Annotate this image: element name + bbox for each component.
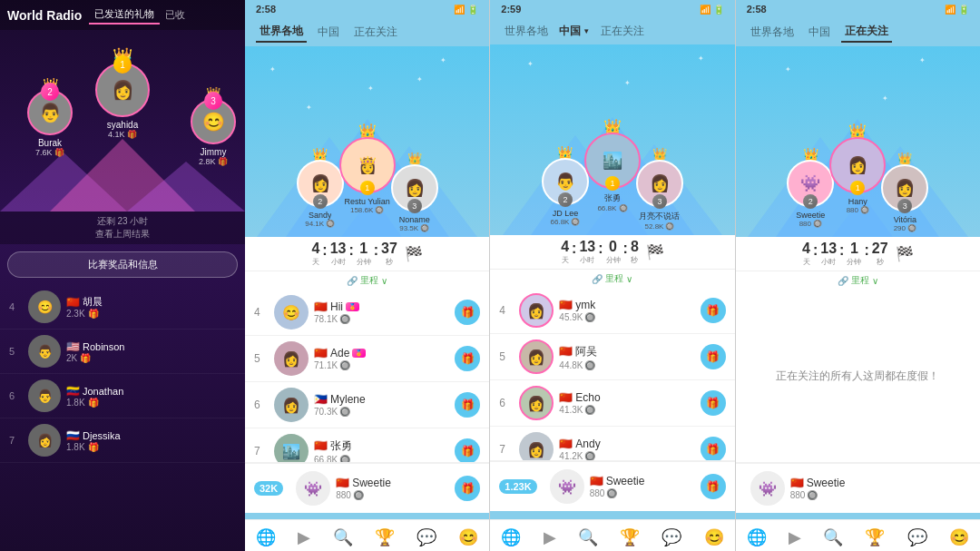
ptab-follow-3[interactable]: 正在关注: [841, 22, 892, 43]
nav-profile-3[interactable]: 😊: [949, 527, 969, 547]
pli-avatar-5b: 👩: [519, 339, 554, 374]
list-avatar-4: 😊: [28, 290, 61, 323]
pli-info-4b: 🇨🇳ymk 45.9K🔘: [559, 299, 700, 322]
bottom-nav-1: 🌐 ▶ 🔍 🏆 💬 😊: [245, 519, 489, 551]
status-icons-3: 📶🔋: [945, 5, 969, 15]
gift-button-5a[interactable]: 🎁: [455, 346, 480, 371]
name-3a: Noname: [399, 215, 430, 224]
gift-button-6b[interactable]: 🎁: [701, 390, 726, 416]
gift-button-4b[interactable]: 🎁: [701, 298, 726, 323]
gift-button-7b[interactable]: 🎁: [701, 437, 726, 460]
gift-button-my-2[interactable]: 🎁: [701, 474, 726, 499]
rank-container-1: 👑 👩 2 Sandy 94.1K 🔘 👑 👸 1 Restu Yulian 1…: [245, 137, 489, 237]
nav-search-2[interactable]: 🔍: [578, 527, 598, 547]
pli-info-5a: 🇨🇳Ade🏅 71.1K🔘: [314, 347, 455, 370]
phone-podium-1: ✦ ✦ ✦ ✦ ✦ 👑 👩 2 Sandy 94.1K 🔘: [245, 46, 489, 237]
list-item-4b: 4 👩 🇨🇳ymk 45.9K🔘 🎁: [490, 288, 734, 334]
nav-globe-3[interactable]: 🌐: [747, 527, 767, 547]
nav-profile-1[interactable]: 😊: [458, 527, 478, 547]
list-avatar-7: 👩: [28, 424, 61, 457]
nav-chat-3[interactable]: 💬: [907, 527, 927, 547]
milestone-2[interactable]: 🔗 里程 ∨: [490, 269, 734, 288]
nav-trophy-2[interactable]: 🏆: [620, 527, 640, 547]
phone-rank-2c: 👑 👾 2 Sweetie 880 🔘: [787, 160, 834, 228]
ptab-follow-1[interactable]: 正在关注: [350, 23, 401, 42]
countdown-sub: 查看上周结果: [95, 229, 150, 239]
ptab-china-2[interactable]: 中国 ▼: [559, 24, 590, 39]
list-item-6a: 6 👩 🇵🇭Mylene 70.3K🔘 🎁: [245, 382, 489, 428]
phone-rank-1c: 👑 👩 1 Hany 880 🔘: [829, 137, 886, 214]
follow-empty: 正在关注的所有人这周都在度假！: [736, 290, 980, 462]
nav-play-3[interactable]: ▶: [789, 527, 801, 547]
score-3c: 290 🔘: [894, 224, 916, 232]
ptab-china-3[interactable]: 中国: [805, 23, 834, 42]
nav-chat-2[interactable]: 💬: [662, 527, 681, 547]
ptab-china-1[interactable]: 中国: [314, 23, 343, 42]
rank-container-3: 👑 👾 2 Sweetie 880 🔘 👑 👩 1 Hany 880 🔘 �: [736, 137, 980, 237]
my-avatar-2: 👾: [550, 469, 584, 504]
tab-received[interactable]: 已收: [160, 6, 191, 24]
phone-list-1: 4 😊 🇨🇳Hii🏅 78.1K🔘 🎁 5 👩 🇨🇳Ade🏅 71.1K🔘 🎁 …: [245, 290, 489, 462]
score-1a: 158.6K 🔘: [350, 206, 384, 214]
score-3b: 52.8K 🔘: [645, 222, 675, 231]
list-name-6: Jonathan: [83, 386, 123, 397]
countdown-1: 4天 : 13小时 : 1分钟 : 37秒 🏁: [245, 237, 489, 271]
gift-button-6a[interactable]: 🎁: [455, 392, 480, 418]
countdown-bar: 还剩 23 小时 查看上周结果: [0, 212, 245, 244]
name-3c: Vitória: [894, 215, 916, 224]
milestone-1[interactable]: 🔗 里程 ∨: [245, 271, 489, 290]
phone-podium-3: ✦ ✦ ✦ 👑 👾 2 Sweetie 880 🔘 👑 👩 1: [736, 46, 980, 237]
tab-sent-gifts[interactable]: 已发送的礼物: [89, 5, 160, 25]
ptab-world-1[interactable]: 世界各地: [256, 22, 307, 43]
score-2a: 94.1K 🔘: [305, 220, 335, 228]
nav-globe-2[interactable]: 🌐: [501, 527, 521, 547]
score-2b: 66.8K 🔘: [551, 218, 581, 226]
pli-avatar-7a: 🏙️: [274, 434, 309, 462]
badge-1a: 1: [360, 181, 375, 195]
ptab-world-3[interactable]: 世界各地: [747, 23, 798, 42]
list-item: 6 👨 🇻🇪Jonathan 1.8K🎁: [0, 374, 245, 418]
phone-tabs-2: 世界各地 中国 ▼ 正在关注: [490, 18, 734, 44]
badge-3c: 3: [897, 199, 912, 213]
list-item-4a: 4 😊 🇨🇳Hii🏅 78.1K🔘 🎁: [245, 290, 489, 336]
pli-avatar-7b: 👩: [519, 432, 554, 460]
nav-globe-1[interactable]: 🌐: [256, 527, 276, 547]
gift-button-5b[interactable]: 🎁: [701, 344, 726, 369]
list-item: 4 😊 🇨🇳胡晨 2.3K🎁: [0, 285, 245, 330]
nav-chat-1[interactable]: 💬: [416, 527, 436, 547]
score-2c: 880 🔘: [799, 220, 822, 228]
list-name-7: Djessika: [83, 430, 121, 441]
nav-play-1[interactable]: ▶: [298, 527, 310, 547]
score-1b: 66.8K 🔘: [597, 204, 627, 212]
phone-rank-2b: 👑 👨 2 JD Lee 66.8K 🔘: [542, 158, 589, 226]
ptab-world-2[interactable]: 世界各地: [501, 22, 552, 41]
nav-search-1[interactable]: 🔍: [333, 527, 353, 547]
name-3b: 月亮不说话: [639, 211, 680, 222]
gift-button-my-1[interactable]: 🎁: [455, 476, 480, 501]
gift-button-7a[interactable]: 🎁: [455, 438, 480, 462]
score-3a: 93.5K 🔘: [399, 224, 429, 232]
gift-button-4a[interactable]: 🎁: [455, 300, 480, 325]
rank2-badge: 2: [41, 83, 59, 101]
statusbar-1: 2:58 📶🔋: [245, 0, 489, 18]
list-item-5a: 5 👩 🇨🇳Ade🏅 71.1K🔘 🎁: [245, 336, 489, 382]
countdown-3: 4天 : 13小时 : 1分钟 : 27秒 🏁: [736, 237, 980, 271]
nav-profile-2[interactable]: 😊: [704, 527, 724, 547]
nav-play-2[interactable]: ▶: [544, 527, 556, 547]
nav-trophy-1[interactable]: 🏆: [375, 527, 395, 547]
nav-search-3[interactable]: 🔍: [823, 527, 843, 547]
rank-container-2: 👑 👨 2 JD Lee 66.8K 🔘 👑 🏙️ 1 张勇 66.8K 🔘: [490, 133, 734, 235]
milestone-label-2: 里程: [605, 272, 623, 285]
badge-2a: 2: [313, 194, 328, 209]
score-1c: 880 🔘: [847, 206, 869, 214]
ptab-follow-2[interactable]: 正在关注: [597, 22, 648, 41]
phone-tabs-1: 世界各地 中国 正在关注: [245, 18, 489, 46]
nav-trophy-3[interactable]: 🏆: [865, 527, 885, 547]
my-rank-row-2: 1.23K 👾 🇨🇳Sweetie 880🔘 🎁: [490, 460, 734, 511]
dropdown-arrow-2: ▼: [583, 27, 590, 35]
milestone-3[interactable]: 🔗 里程 ∨: [736, 271, 980, 290]
milestone-label-3: 里程: [851, 274, 869, 287]
status-icons-1: 📶🔋: [454, 5, 478, 15]
prize-button[interactable]: 比赛奖品和信息: [7, 251, 238, 278]
podium-area: 👑 👨 2 Burak 7.6K 🎁 👑 👩 1 syahida 4.1K 🎁: [0, 30, 245, 212]
